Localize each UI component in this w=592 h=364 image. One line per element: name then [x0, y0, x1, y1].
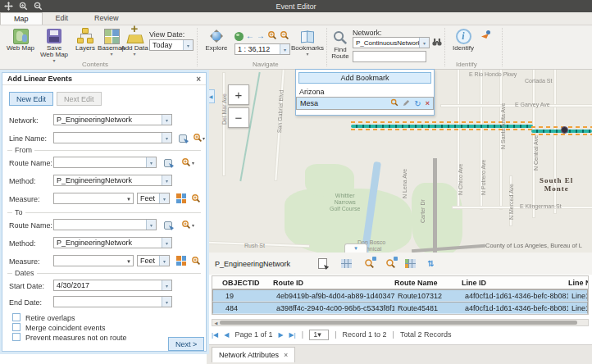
identify-button[interactable]: i Identify	[449, 28, 477, 52]
bookmark-item-arizona[interactable]: Arizona	[296, 86, 434, 97]
to-unit-select[interactable]: Feet ▾	[137, 255, 170, 266]
horizontal-scrollbar[interactable]: ◀	[212, 319, 589, 326]
column-header[interactable]: OBJECTID	[219, 279, 270, 287]
next-button[interactable]: Next >	[168, 337, 204, 351]
select-to-route-icon[interactable]	[163, 220, 174, 230]
chevron-down-icon[interactable]: ▾	[162, 133, 171, 143]
chevron-down-icon[interactable]: ▾	[183, 40, 193, 50]
new-edit-button[interactable]: New Edit	[9, 92, 53, 106]
close-tab-icon[interactable]: ×	[284, 351, 288, 359]
identify-route-icon[interactable]	[480, 30, 490, 40]
delete-bookmark-icon[interactable]: ×	[426, 99, 430, 107]
select-line-on-map-icon[interactable]	[178, 133, 189, 143]
bookmark-item-mesa[interactable]: Mesa ↻ ×	[296, 97, 434, 110]
column-header[interactable]: Line ID	[458, 279, 565, 287]
combo-arrow-icon[interactable]: ▼	[126, 259, 131, 264]
explore-button[interactable]: Explore	[202, 28, 231, 52]
chevron-down-icon[interactable]: ▾	[146, 157, 156, 167]
from-method-select[interactable]: P_EngineeringNetwork ▾	[53, 175, 172, 186]
column-header[interactable]: Route ID	[270, 279, 391, 287]
edit-bookmark-icon[interactable]	[403, 99, 410, 108]
start-date-select[interactable]: 4/30/2017 ▾	[53, 280, 172, 291]
from-measure-tool-icon[interactable]	[176, 193, 186, 203]
end-date-select[interactable]: ▾	[53, 296, 172, 307]
from-measure-combo[interactable]: ▼	[53, 193, 134, 204]
chevron-down-icon[interactable]: ▾	[162, 238, 171, 248]
from-route-name-select[interactable]: ▾	[53, 157, 157, 168]
scrollbar-thumb[interactable]	[220, 321, 577, 325]
map-zoom-out-button[interactable]: −	[228, 107, 249, 128]
find-route-button[interactable]: Find Route	[330, 30, 351, 60]
full-extent-icon[interactable]	[235, 32, 244, 41]
previous-page-icon[interactable]: ◀	[224, 331, 229, 339]
merge-coincident-checkbox[interactable]	[12, 323, 20, 331]
scale-select[interactable]: 1 : 36,112 ▾	[235, 43, 290, 55]
zoom-to-line-icon[interactable]	[193, 133, 203, 144]
next-edit-button[interactable]: Next Edit	[57, 92, 102, 106]
combo-arrow-icon[interactable]: ▼	[126, 197, 131, 202]
scroll-left-icon[interactable]: ◀	[212, 321, 220, 325]
line-name-select[interactable]: ▾	[53, 132, 172, 143]
layer-tab-label[interactable]: P_EngineeringNetwork	[215, 260, 290, 268]
chevron-down-icon[interactable]: ▾	[192, 160, 194, 166]
next-extent-icon[interactable]: →	[257, 32, 265, 40]
route-input[interactable]	[353, 51, 426, 62]
table-row[interactable]: 484a398ff4c-2940-4c00-96b6-c5343f8f1711R…	[212, 302, 588, 314]
retire-overlaps-checkbox[interactable]	[12, 313, 20, 321]
attribute-view-icon[interactable]	[404, 257, 417, 270]
to-measure-tool-icon[interactable]	[176, 256, 186, 266]
chevron-down-icon[interactable]: ▾	[203, 135, 205, 141]
pan-to-selection-icon[interactable]	[385, 257, 397, 270]
next-page-icon[interactable]: ▶	[278, 331, 283, 339]
chevron-down-icon[interactable]: ▾	[280, 44, 289, 54]
zoom-to-to-route-icon[interactable]	[181, 220, 191, 231]
first-page-icon[interactable]: |◀	[212, 331, 218, 339]
chevron-down-icon[interactable]: ▾	[159, 193, 169, 203]
chevron-down-icon[interactable]: ▾	[162, 280, 171, 290]
to-measure-combo[interactable]: ▼	[53, 255, 134, 266]
bookmarks-button[interactable]: Bookmarks ▾	[290, 28, 325, 57]
prevent-measures-checkbox[interactable]	[12, 333, 20, 341]
zoom-to-from-measure-icon[interactable]	[191, 193, 201, 205]
page-select[interactable]: 1 ▾	[309, 330, 329, 340]
chevron-down-icon[interactable]: ▾	[419, 38, 429, 48]
collapse-panel-button[interactable]: ◀	[207, 89, 215, 103]
route-point-marker[interactable]	[561, 126, 568, 134]
to-method-select[interactable]: P_EngineeringNetwork ▾	[53, 237, 172, 248]
close-icon[interactable]: ×	[196, 75, 201, 84]
select-from-route-icon[interactable]	[163, 157, 174, 168]
map-zoom-in-button[interactable]: +	[228, 84, 249, 105]
sort-icon[interactable]: ⇅	[425, 257, 437, 270]
collapse-table-button[interactable]: ▼	[344, 243, 367, 253]
to-route-name-select[interactable]: ▾	[53, 219, 157, 230]
chevron-down-icon[interactable]: ▾	[159, 256, 169, 266]
web-map-button[interactable]: Web Map	[5, 28, 36, 52]
chevron-down-icon[interactable]: ▾	[162, 175, 171, 185]
add-bookmark-button[interactable]: Add Bookmark	[298, 72, 431, 84]
layers-button[interactable]: Layers	[72, 28, 98, 52]
add-data-button[interactable]: Add Data ▾	[120, 28, 149, 57]
zoom-in-map-icon[interactable]	[267, 30, 277, 42]
binoculars-icon[interactable]	[432, 38, 442, 48]
tab-edit[interactable]: Edit	[43, 12, 82, 25]
zoom-to-to-measure-icon[interactable]	[191, 256, 201, 267]
chevron-down-icon[interactable]: ▾	[146, 220, 156, 230]
refresh-bookmark-icon[interactable]: ↻	[414, 100, 421, 107]
chevron-down-icon[interactable]: ▾	[162, 297, 171, 307]
chevron-down-icon[interactable]: ▾	[162, 115, 171, 125]
zoom-to-from-route-icon[interactable]	[181, 157, 191, 169]
column-header[interactable]: Line Name	[565, 279, 588, 287]
save-web-map-button[interactable]: Save Web Map ▾	[38, 28, 71, 63]
from-unit-select[interactable]: Feet ▾	[137, 193, 170, 204]
tab-review[interactable]: Review	[81, 12, 132, 25]
column-header[interactable]: Route Name	[391, 279, 458, 287]
network-select[interactable]: P_ContinuousNetwork ▾	[353, 37, 430, 48]
last-page-icon[interactable]: ▶|	[289, 331, 296, 339]
show-selected-records-icon[interactable]	[316, 257, 329, 270]
view-date-select[interactable]: Today ▾	[149, 39, 194, 51]
chevron-down-icon[interactable]: ▾	[192, 222, 194, 228]
table-row[interactable]: 194eb9419b-af9b-4d04-ab89-1d403476802bRo…	[212, 289, 588, 302]
zoom-to-selection-icon[interactable]	[363, 257, 376, 270]
table-view-icon[interactable]	[340, 257, 353, 270]
zoom-to-bookmark-icon[interactable]	[390, 98, 398, 108]
